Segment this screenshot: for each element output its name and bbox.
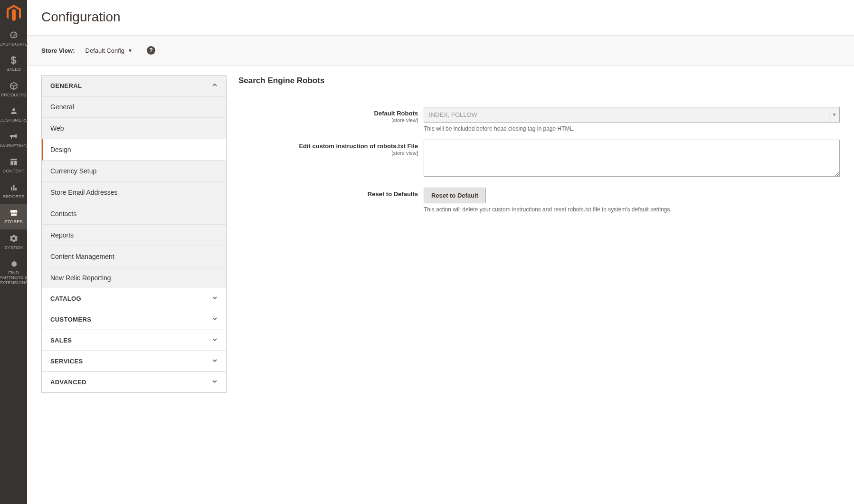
store-icon bbox=[9, 208, 19, 218]
tab-item-currency-setup[interactable]: Currency Setup bbox=[42, 161, 226, 182]
tab-group-services[interactable]: SERVICES bbox=[42, 351, 226, 372]
nav-content[interactable]: CONTENT bbox=[0, 153, 27, 178]
nav-label: CONTENT bbox=[2, 169, 26, 173]
chevron-down-icon bbox=[212, 295, 218, 302]
chevron-down-icon bbox=[212, 316, 218, 323]
tab-group-title: SERVICES bbox=[50, 358, 83, 365]
tab-item-reports[interactable]: Reports bbox=[42, 225, 226, 246]
megaphone-icon bbox=[9, 132, 19, 142]
chevron-down-icon bbox=[212, 358, 218, 365]
nav-label: FIND PARTNERS & EXTENSIONS bbox=[0, 270, 29, 285]
field-note: This action will delete your custom inst… bbox=[424, 206, 840, 213]
nav-system[interactable]: SYSTEM bbox=[0, 229, 27, 255]
section-title[interactable]: Search Engine Robots bbox=[238, 76, 840, 86]
field-note: This will be included before head closin… bbox=[424, 125, 840, 132]
field-custom-instructions: Edit custom instruction of robots.txt Fi… bbox=[238, 140, 840, 178]
field-label: Reset to Defaults bbox=[238, 190, 418, 198]
nav-products[interactable]: PRODUCTS bbox=[0, 77, 27, 102]
store-scope-label: Store View: bbox=[41, 47, 75, 54]
tab-group-title: ADVANCED bbox=[50, 379, 86, 386]
nav-label: DASHBOARD bbox=[0, 42, 29, 47]
tab-group-customers[interactable]: CUSTOMERS bbox=[42, 309, 226, 330]
nav-partners[interactable]: FIND PARTNERS & EXTENSIONS bbox=[0, 255, 27, 290]
store-scope-dropdown[interactable]: Default Config ▼ bbox=[85, 47, 133, 54]
nav-sales[interactable]: $ SALES bbox=[0, 51, 27, 76]
tab-item-content-management[interactable]: Content Management bbox=[42, 246, 226, 267]
dollar-icon: $ bbox=[10, 55, 16, 66]
store-scope-bar: Store View: Default Config ▼ ? bbox=[27, 35, 854, 66]
gear-icon bbox=[9, 233, 18, 244]
page-title: Configuration bbox=[27, 0, 854, 35]
nav-dashboard[interactable]: DASHBOARD bbox=[0, 26, 27, 51]
tab-item-general[interactable]: General bbox=[42, 96, 226, 118]
nav-marketing[interactable]: MARKETING bbox=[0, 128, 27, 153]
nav-label: PRODUCTS bbox=[0, 93, 27, 97]
admin-sidebar: DASHBOARD $ SALES PRODUCTS CUSTOMERS MAR… bbox=[0, 0, 27, 402]
field-default-robots: Default Robots [store view] INDEX, FOLLO… bbox=[238, 107, 840, 132]
field-label: Default Robots bbox=[238, 110, 418, 117]
chevron-up-icon bbox=[212, 82, 218, 89]
tab-group-advanced[interactable]: ADVANCED bbox=[42, 372, 226, 392]
help-icon[interactable]: ? bbox=[147, 46, 155, 55]
nav-label: STORES bbox=[3, 219, 24, 224]
nav-label: REPORTS bbox=[2, 194, 26, 199]
nav-label: MARKETING bbox=[0, 143, 28, 148]
select-value: INDEX, FOLLOW bbox=[429, 111, 477, 118]
tab-group-title: CUSTOMERS bbox=[50, 316, 91, 323]
tab-group-title: GENERAL bbox=[50, 82, 82, 89]
caret-down-icon: ▼ bbox=[829, 107, 839, 122]
chevron-down-icon bbox=[212, 379, 218, 386]
layout-icon bbox=[9, 157, 18, 167]
nav-label: CUSTOMERS bbox=[0, 118, 29, 123]
caret-down-icon: ▼ bbox=[128, 48, 133, 53]
tab-group-general[interactable]: GENERAL bbox=[42, 76, 226, 96]
puzzle-icon bbox=[9, 258, 18, 269]
default-robots-select[interactable]: INDEX, FOLLOW ▼ bbox=[424, 107, 840, 123]
chevron-down-icon bbox=[212, 337, 218, 344]
config-tabs: GENERAL General Web Design Currency Setu… bbox=[41, 75, 227, 393]
gauge-icon bbox=[9, 30, 19, 40]
nav-customers[interactable]: CUSTOMERS bbox=[0, 102, 27, 127]
nav-reports[interactable]: REPORTS bbox=[0, 179, 27, 204]
tab-group-catalog[interactable]: CATALOG bbox=[42, 288, 226, 309]
bar-chart-icon bbox=[9, 182, 18, 193]
nav-label: SALES bbox=[5, 67, 22, 72]
tab-group-sales[interactable]: SALES bbox=[42, 330, 226, 351]
tab-group-general-body: General Web Design Currency Setup Store … bbox=[42, 96, 226, 288]
tab-item-contacts[interactable]: Contacts bbox=[42, 203, 226, 225]
magento-logo[interactable] bbox=[0, 0, 27, 26]
custom-instructions-textarea[interactable] bbox=[424, 140, 840, 177]
tab-group-title: SALES bbox=[50, 337, 72, 344]
tab-item-new-relic[interactable]: New Relic Reporting bbox=[42, 267, 226, 288]
field-label: Edit custom instruction of robots.txt Fi… bbox=[238, 143, 418, 150]
store-scope-value: Default Config bbox=[85, 47, 124, 54]
nav-stores[interactable]: STORES bbox=[0, 204, 27, 229]
box-icon bbox=[9, 81, 19, 91]
tab-item-web[interactable]: Web bbox=[42, 118, 226, 139]
tab-group-title: CATALOG bbox=[50, 295, 81, 302]
field-reset-defaults: Reset to Defaults Reset to Default This … bbox=[238, 188, 840, 213]
field-scope: [store view] bbox=[238, 150, 418, 156]
tab-item-store-email[interactable]: Store Email Addresses bbox=[42, 182, 226, 203]
nav-label: SYSTEM bbox=[3, 245, 24, 250]
person-icon bbox=[9, 106, 18, 116]
tab-item-design[interactable]: Design bbox=[42, 139, 226, 161]
config-content: Search Engine Robots Default Robots [sto… bbox=[227, 75, 840, 220]
reset-to-default-button[interactable]: Reset to Default bbox=[424, 188, 486, 203]
field-scope: [store view] bbox=[238, 117, 418, 123]
